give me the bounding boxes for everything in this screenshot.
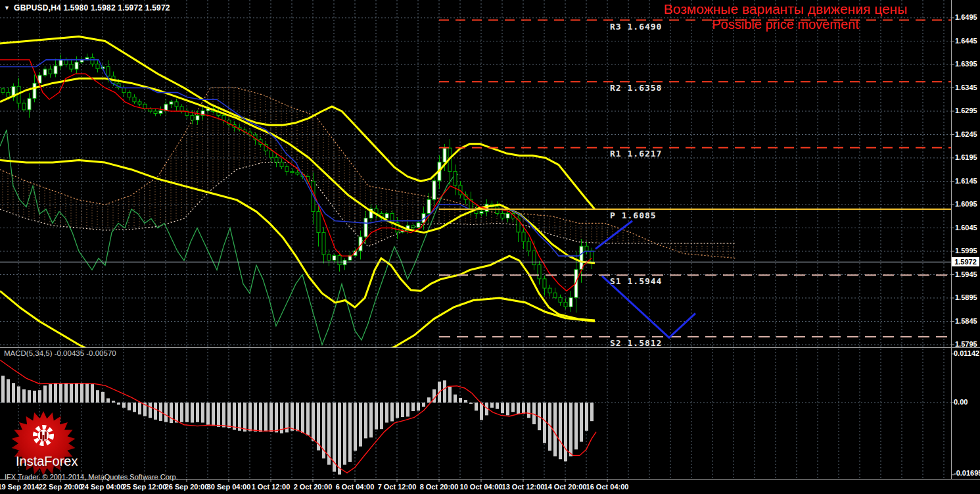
macd-bar	[96, 390, 99, 403]
price-axis-label: 1.6345	[955, 84, 977, 91]
macd-bar	[417, 403, 420, 410]
candle-body	[564, 302, 567, 307]
candle-body	[280, 162, 283, 166]
macd-bar	[248, 403, 252, 431]
macd-bar	[191, 403, 194, 423]
macd-bar	[559, 403, 562, 459]
candle-body	[543, 279, 546, 288]
candle-body	[338, 255, 341, 264]
candle-body	[322, 233, 325, 255]
chart-title-bar: ▼GBPUSD,H4 1.5980 1.5982 1.5972 1.5972	[4, 3, 170, 12]
trading-chart-window: ▼GBPUSD,H4 1.5980 1.5982 1.5972 1.5972 В…	[0, 0, 980, 494]
forecast-annotation: Возможные варианты движения цены Possibl…	[654, 1, 917, 32]
macd-axis-label: -0.01695	[954, 469, 980, 477]
macd-bar	[369, 403, 373, 437]
candle-body	[427, 199, 431, 213]
macd-bar	[511, 403, 515, 412]
pivot-label: S2 1.5812	[610, 338, 662, 348]
candle-body	[275, 157, 278, 162]
macd-bar	[196, 403, 199, 422]
chart-canvas[interactable]	[0, 0, 980, 494]
macd-bar	[291, 403, 294, 431]
macd-bar	[517, 403, 520, 414]
macd-bar	[296, 403, 299, 431]
pivot-label: R1 1.6217	[610, 149, 662, 159]
candle-body	[590, 251, 594, 262]
candle-body	[343, 260, 346, 265]
macd-bar	[222, 403, 225, 428]
price-axis-label: 1.6245	[955, 130, 977, 138]
candle-body	[49, 69, 52, 74]
pivot-label: R2 1.6358	[610, 83, 662, 93]
copyright-text: IFX Trader, © 2001-2014, MetaQuotes Soft…	[5, 473, 178, 481]
price-axis-label: 1.6445	[955, 37, 977, 45]
current-price-badge: 1.5972	[952, 257, 979, 266]
macd-bar	[543, 403, 546, 443]
macd-bar	[269, 403, 273, 432]
macd-bar	[348, 403, 352, 462]
pivot-label: S1 1.5944	[610, 276, 662, 286]
macd-bar	[427, 397, 431, 403]
macd-bar	[448, 387, 452, 403]
candle-body	[196, 115, 199, 120]
candle-body	[411, 226, 415, 228]
pivot-label: P 1.6085	[610, 210, 657, 220]
macd-bar	[254, 403, 257, 432]
price-axis-label: 1.5845	[955, 317, 977, 325]
macd-bar	[112, 401, 115, 403]
candle-body	[317, 212, 320, 233]
macd-bar	[522, 403, 525, 414]
macd-bar	[443, 380, 446, 403]
macd-bar	[585, 403, 588, 431]
macd-bar	[12, 383, 15, 403]
candle-body	[33, 83, 36, 98]
candle-body	[28, 99, 31, 110]
macd-bar	[574, 403, 578, 449]
price-axis-label: 1.6195	[955, 153, 977, 161]
macd-bar	[490, 403, 494, 408]
macd-bar	[101, 392, 105, 403]
candle-body	[501, 214, 504, 218]
macd-bar	[201, 403, 204, 423]
macd-bar	[280, 403, 283, 433]
price-axis-label: 1.6395	[955, 60, 977, 68]
macd-bar	[85, 384, 89, 403]
candle-body	[327, 255, 331, 260]
candle-body	[180, 107, 183, 111]
macd-bar	[164, 403, 168, 422]
candle-body	[1, 89, 5, 93]
macd-bar	[43, 385, 47, 403]
macd-bar	[59, 384, 62, 403]
candle-body	[96, 64, 99, 68]
candle-body	[454, 172, 457, 185]
macd-bar	[501, 403, 504, 413]
macd-bar	[1, 376, 5, 403]
candle-body	[138, 102, 141, 105]
macd-bar	[580, 403, 583, 442]
candle-body	[154, 111, 157, 114]
macd-bar	[17, 386, 20, 403]
price-axis-label: 1.6145	[955, 177, 977, 185]
candle-body	[175, 102, 178, 107]
macd-bar	[475, 403, 478, 410]
macd-bar	[480, 403, 483, 420]
candle-body	[133, 97, 136, 102]
candle-body	[143, 104, 147, 109]
price-projection-arrow	[595, 221, 632, 249]
candle-body	[506, 214, 509, 218]
candle-body	[364, 218, 367, 237]
time-axis-label: 16 Oct 04:00	[576, 483, 639, 491]
macd-bar	[117, 403, 120, 405]
price-axis-label: 1.5895	[955, 293, 977, 301]
macd-bar	[233, 403, 236, 430]
chevron-down-icon[interactable]: ▼	[4, 5, 10, 11]
pivot-label: R3 1.6490	[610, 22, 662, 32]
price-axis-label: 1.6495	[955, 13, 977, 21]
candle-body	[128, 93, 131, 97]
macd-bar	[506, 403, 509, 415]
macd-axis-label: 0.01142	[954, 349, 979, 357]
macd-bar	[264, 403, 268, 432]
macd-bar	[464, 400, 467, 403]
candle-body	[522, 232, 525, 241]
macd-bar	[411, 403, 415, 411]
